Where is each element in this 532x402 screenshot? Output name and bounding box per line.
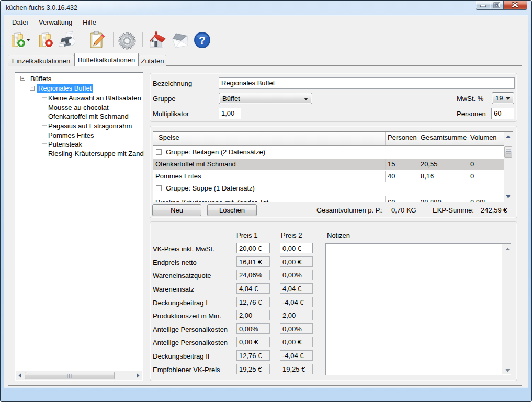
- svg-text:?: ?: [199, 34, 206, 46]
